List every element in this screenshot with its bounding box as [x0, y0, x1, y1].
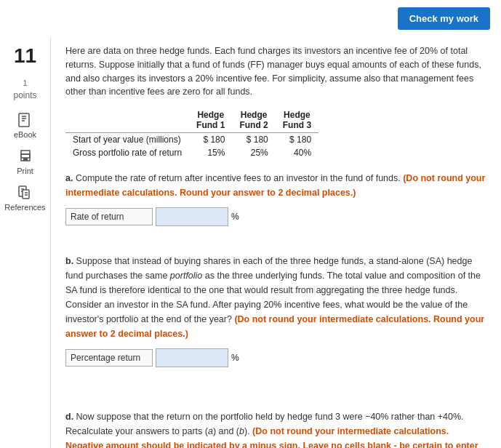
part-b-pct: % — [231, 353, 239, 363]
part-a-input[interactable] — [156, 207, 228, 226]
part-b-input-label: Percentage return — [65, 349, 153, 367]
part-a-label: a. — [65, 173, 73, 183]
sidebar: 11 1 points eBook Print — [0, 37, 51, 448]
part-a-text: a. Compute the rate of return after ince… — [65, 171, 486, 200]
ebook-label: eBook — [14, 130, 36, 139]
references-icon — [16, 184, 33, 201]
table-cell-f3v: $ 180 — [276, 133, 318, 147]
table-header-fund1: HedgeFund 1 — [189, 108, 232, 133]
svg-rect-10 — [23, 190, 29, 199]
printer-icon — [17, 148, 34, 165]
part-d-text: d. Now suppose that the return on the po… — [65, 409, 486, 448]
part-a-input-label: Rate of return — [65, 208, 153, 225]
table-cell-f1r: 15% — [189, 146, 232, 159]
intro-text: Here are data on three hedge funds. Each… — [65, 44, 486, 99]
svg-rect-6 — [21, 154, 30, 158]
part-a-body: Compute the rate of return after incenti… — [76, 173, 403, 183]
main-content: Here are data on three hedge funds. Each… — [51, 37, 501, 448]
part-b-input[interactable] — [156, 348, 228, 367]
sidebar-item-references[interactable]: References — [4, 184, 45, 212]
table-header-fund3: HedgeFund 3 — [276, 108, 318, 133]
book-icon — [16, 111, 33, 129]
table-cell-f3r: 40% — [276, 146, 318, 159]
part-a-input-row: Rate of return % — [65, 207, 486, 226]
part-a-pct: % — [231, 212, 239, 222]
table-header-fund2: HedgeFund 2 — [232, 108, 275, 133]
table-header-empty — [65, 108, 189, 133]
print-label: Print — [17, 167, 33, 175]
part-d-label: d. — [65, 412, 73, 422]
table-cell-f1v: $ 180 — [189, 133, 232, 147]
part-b-label: b. — [65, 256, 73, 266]
part-b: b. Suppose that instead of buying shares… — [65, 254, 486, 367]
hedge-fund-table: HedgeFund 1 HedgeFund 2 HedgeFund 3 Star… — [65, 108, 318, 159]
table-cell-label: Start of year value (millions) — [65, 133, 189, 147]
part-a: a. Compute the rate of return after ince… — [65, 171, 486, 226]
table-cell-return-label: Gross portfolio rate of return — [65, 146, 189, 159]
question-number: 11 — [14, 44, 36, 68]
part-b-input-row: Percentage return % — [65, 348, 486, 367]
part-b-italic: portfolio — [170, 271, 202, 281]
points-text: points — [13, 90, 36, 100]
sidebar-item-print[interactable]: Print — [17, 148, 34, 175]
references-label: References — [4, 203, 45, 212]
svg-rect-0 — [19, 113, 29, 127]
check-my-work-button[interactable]: Check my work — [398, 7, 490, 30]
table-row: Start of year value (millions) $ 180 $ 1… — [65, 133, 318, 147]
table-cell-f2v: $ 180 — [232, 133, 275, 147]
table-row: Gross portfolio rate of return 15% 25% 4… — [65, 146, 318, 159]
points-label: 1 — [23, 79, 27, 87]
part-d: d. Now suppose that the return on the po… — [65, 409, 486, 448]
part-b-text: b. Suppose that instead of buying shares… — [65, 254, 486, 341]
table-cell-f2r: 25% — [232, 146, 275, 159]
sidebar-item-ebook[interactable]: eBook — [14, 111, 36, 139]
